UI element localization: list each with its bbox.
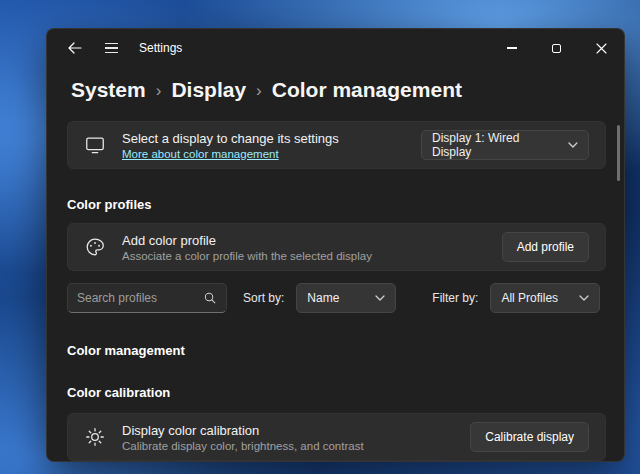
calibration-title: Display color calibration: [122, 423, 364, 438]
back-icon: [68, 42, 82, 54]
chevron-right-icon: ›: [156, 80, 162, 101]
close-button[interactable]: [579, 29, 624, 67]
calibration-card: Display color calibration Calibrate disp…: [67, 413, 606, 461]
close-icon: [596, 43, 607, 54]
back-button[interactable]: [59, 34, 91, 62]
search-box[interactable]: [67, 283, 227, 313]
calibration-description: Calibrate display color, brightness, and…: [122, 440, 364, 452]
breadcrumb-display[interactable]: Display: [171, 75, 246, 105]
settings-window: Settings System › Display › Color: [46, 28, 625, 462]
add-profile-card: Add color profile Associate a color prof…: [67, 223, 606, 271]
breadcrumb-system[interactable]: System: [71, 75, 146, 105]
filter-by-label: Filter by:: [432, 291, 478, 305]
scrollbar[interactable]: [617, 125, 620, 181]
chevron-right-icon: ›: [256, 80, 262, 101]
more-about-color-management-link[interactable]: More about color management: [122, 148, 339, 160]
hamburger-icon: [105, 43, 118, 53]
calibrate-display-button[interactable]: Calibrate display: [470, 422, 589, 452]
monitor-icon: [84, 134, 106, 156]
titlebar[interactable]: Settings: [47, 29, 624, 67]
search-icon: [203, 291, 217, 305]
calibration-text: Display color calibration Calibrate disp…: [122, 423, 364, 452]
sort-dropdown[interactable]: Name: [296, 283, 396, 313]
color-calibration-heading: Color calibration: [67, 385, 606, 401]
brightness-icon: [84, 426, 106, 448]
search-input[interactable]: [77, 291, 203, 305]
filter-dropdown[interactable]: All Profiles: [490, 283, 600, 313]
maximize-icon: [552, 44, 561, 53]
display-dropdown[interactable]: Display 1: Wired Display: [421, 130, 589, 160]
color-profiles-heading: Color profiles: [67, 197, 606, 213]
chevron-down-icon: [579, 295, 589, 301]
minimize-icon: [507, 47, 517, 48]
chevron-down-icon: [375, 295, 385, 301]
color-management-heading: Color management: [67, 343, 606, 359]
filter-dropdown-value: All Profiles: [501, 291, 558, 305]
window-title: Settings: [139, 41, 182, 55]
minimize-button[interactable]: [489, 29, 534, 67]
sort-by-label: Sort by:: [243, 291, 284, 305]
chevron-down-icon: [568, 142, 578, 148]
profiles-toolbar: Sort by: Name Filter by: All Profiles: [67, 283, 606, 313]
add-profile-description: Associate a color profile with the selec…: [122, 250, 372, 262]
settings-content: Select a display to change its settings …: [47, 105, 624, 461]
display-dropdown-value: Display 1: Wired Display: [432, 131, 560, 159]
breadcrumb-current-page: Color management: [272, 75, 462, 105]
desktop-wallpaper: Settings System › Display › Color: [0, 0, 640, 474]
add-profile-text: Add color profile Associate a color prof…: [122, 233, 372, 262]
menu-button[interactable]: [95, 34, 127, 62]
sort-dropdown-value: Name: [307, 291, 339, 305]
add-profile-button[interactable]: Add profile: [502, 232, 589, 262]
add-profile-title: Add color profile: [122, 233, 372, 248]
maximize-button[interactable]: [534, 29, 579, 67]
display-card-text: Select a display to change its settings …: [122, 131, 339, 160]
breadcrumb: System › Display › Color management: [47, 67, 624, 105]
window-controls: [489, 29, 624, 67]
palette-icon: [84, 236, 106, 258]
display-select-card: Select a display to change its settings …: [67, 121, 606, 169]
display-card-title: Select a display to change its settings: [122, 131, 339, 146]
